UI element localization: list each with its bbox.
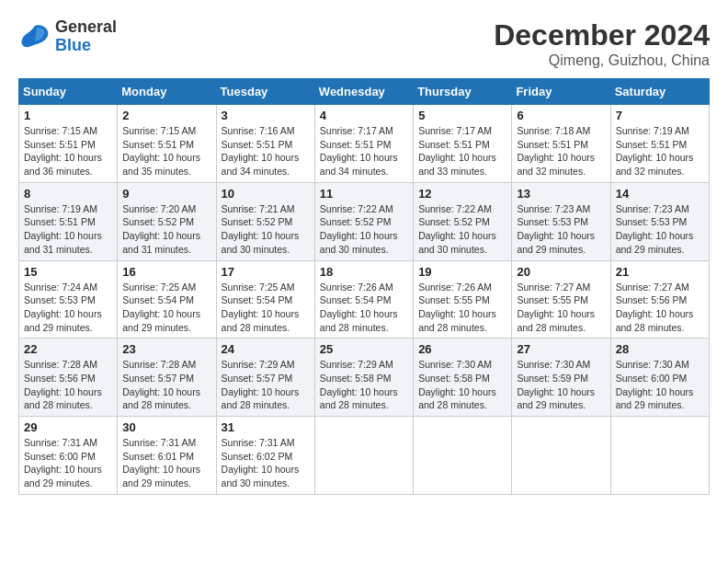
day-info: Sunrise: 7:29 AM Sunset: 5:58 PM Dayligh… [320, 358, 408, 412]
day-info: Sunrise: 7:23 AM Sunset: 5:53 PM Dayligh… [616, 202, 704, 257]
calendar-day-cell: 1 Sunrise: 7:15 AM Sunset: 5:51 PM Dayli… [19, 105, 118, 183]
day-number: 10 [222, 187, 310, 201]
day-number: 2 [122, 109, 210, 122]
calendar-day-cell: 16 Sunrise: 7:25 AM Sunset: 5:54 PM Dayl… [118, 260, 216, 339]
day-info: Sunrise: 7:22 AM Sunset: 5:52 PM Dayligh… [320, 202, 408, 257]
calendar-header-row: SundayMondayTuesdayWednesdayThursdayFrid… [19, 79, 710, 105]
day-info: Sunrise: 7:27 AM Sunset: 5:55 PM Dayligh… [517, 281, 605, 335]
day-number: 20 [517, 265, 605, 279]
calendar-day-cell: 5 Sunrise: 7:17 AM Sunset: 5:51 PM Dayli… [414, 105, 512, 183]
calendar-day-cell [512, 417, 610, 495]
calendar-day-cell [414, 417, 512, 495]
day-number: 9 [122, 187, 210, 201]
weekday-header: Friday [512, 79, 610, 105]
calendar-day-cell: 25 Sunrise: 7:29 AM Sunset: 5:58 PM Dayl… [314, 339, 413, 417]
calendar-day-cell: 14 Sunrise: 7:23 AM Sunset: 5:53 PM Dayl… [610, 182, 709, 260]
day-info: Sunrise: 7:18 AM Sunset: 5:51 PM Dayligh… [517, 124, 605, 178]
calendar-day-cell: 12 Sunrise: 7:22 AM Sunset: 5:52 PM Dayl… [414, 182, 512, 260]
day-info: Sunrise: 7:23 AM Sunset: 5:53 PM Dayligh… [517, 202, 605, 257]
day-number: 17 [222, 265, 310, 279]
day-info: Sunrise: 7:22 AM Sunset: 5:52 PM Dayligh… [418, 202, 506, 257]
day-info: Sunrise: 7:28 AM Sunset: 5:57 PM Dayligh… [122, 358, 210, 412]
calendar-table: SundayMondayTuesdayWednesdayThursdayFrid… [18, 78, 710, 495]
calendar-day-cell: 23 Sunrise: 7:28 AM Sunset: 5:57 PM Dayl… [118, 339, 216, 417]
calendar-day-cell: 31 Sunrise: 7:31 AM Sunset: 6:02 PM Dayl… [216, 417, 314, 495]
calendar-day-cell: 8 Sunrise: 7:19 AM Sunset: 5:51 PM Dayli… [19, 182, 118, 260]
calendar-week-row: 1 Sunrise: 7:15 AM Sunset: 5:51 PM Dayli… [19, 105, 710, 183]
day-info: Sunrise: 7:31 AM Sunset: 6:00 PM Dayligh… [24, 436, 112, 490]
day-number: 25 [320, 342, 408, 356]
day-info: Sunrise: 7:16 AM Sunset: 5:51 PM Dayligh… [222, 124, 310, 178]
calendar-day-cell: 6 Sunrise: 7:18 AM Sunset: 5:51 PM Dayli… [512, 105, 610, 183]
weekday-header: Tuesday [216, 79, 314, 105]
day-info: Sunrise: 7:30 AM Sunset: 5:58 PM Dayligh… [418, 358, 506, 412]
calendar-day-cell: 11 Sunrise: 7:22 AM Sunset: 5:52 PM Dayl… [314, 182, 413, 260]
day-number: 1 [24, 109, 112, 122]
calendar-day-cell: 27 Sunrise: 7:30 AM Sunset: 5:59 PM Dayl… [512, 339, 610, 417]
day-info: Sunrise: 7:31 AM Sunset: 6:01 PM Dayligh… [122, 436, 210, 490]
logo-bird-icon [18, 22, 51, 52]
day-info: Sunrise: 7:25 AM Sunset: 5:54 PM Dayligh… [222, 281, 310, 335]
day-number: 26 [418, 342, 506, 356]
day-number: 7 [616, 109, 704, 122]
calendar-day-cell: 26 Sunrise: 7:30 AM Sunset: 5:58 PM Dayl… [414, 339, 512, 417]
calendar-day-cell: 15 Sunrise: 7:24 AM Sunset: 5:53 PM Dayl… [19, 260, 118, 339]
day-number: 14 [616, 187, 704, 201]
day-number: 22 [24, 342, 112, 356]
calendar-day-cell: 22 Sunrise: 7:28 AM Sunset: 5:56 PM Dayl… [19, 339, 118, 417]
day-number: 16 [122, 265, 210, 279]
day-number: 27 [517, 342, 605, 356]
calendar-day-cell [610, 417, 709, 495]
day-number: 3 [222, 109, 310, 122]
day-number: 31 [222, 420, 310, 434]
day-number: 6 [517, 109, 605, 122]
calendar-day-cell: 9 Sunrise: 7:20 AM Sunset: 5:52 PM Dayli… [118, 182, 216, 260]
day-info: Sunrise: 7:17 AM Sunset: 5:51 PM Dayligh… [418, 124, 506, 178]
day-info: Sunrise: 7:21 AM Sunset: 5:52 PM Dayligh… [222, 202, 310, 257]
calendar-week-row: 15 Sunrise: 7:24 AM Sunset: 5:53 PM Dayl… [19, 260, 710, 339]
day-number: 12 [418, 187, 506, 201]
weekday-header: Wednesday [314, 79, 413, 105]
day-info: Sunrise: 7:15 AM Sunset: 5:51 PM Dayligh… [24, 124, 112, 178]
day-info: Sunrise: 7:15 AM Sunset: 5:51 PM Dayligh… [122, 124, 210, 178]
header: General Blue December 2024 Qimeng, Guizh… [18, 18, 710, 69]
calendar-day-cell: 4 Sunrise: 7:17 AM Sunset: 5:51 PM Dayli… [314, 105, 413, 183]
day-info: Sunrise: 7:31 AM Sunset: 6:02 PM Dayligh… [222, 436, 310, 490]
day-number: 19 [418, 265, 506, 279]
day-info: Sunrise: 7:27 AM Sunset: 5:56 PM Dayligh… [616, 281, 704, 335]
day-info: Sunrise: 7:30 AM Sunset: 5:59 PM Dayligh… [517, 358, 605, 412]
logo: General Blue [18, 18, 117, 55]
weekday-header: Saturday [610, 79, 709, 105]
day-number: 15 [24, 265, 112, 279]
logo-text: General Blue [55, 18, 117, 55]
calendar-day-cell: 3 Sunrise: 7:16 AM Sunset: 5:51 PM Dayli… [216, 105, 314, 183]
day-number: 30 [122, 420, 210, 434]
calendar-day-cell [314, 417, 413, 495]
calendar-day-cell: 24 Sunrise: 7:29 AM Sunset: 5:57 PM Dayl… [216, 339, 314, 417]
day-info: Sunrise: 7:30 AM Sunset: 6:00 PM Dayligh… [616, 358, 704, 412]
calendar-day-cell: 7 Sunrise: 7:19 AM Sunset: 5:51 PM Dayli… [610, 105, 709, 183]
calendar-day-cell: 29 Sunrise: 7:31 AM Sunset: 6:00 PM Dayl… [19, 417, 118, 495]
day-number: 13 [517, 187, 605, 201]
day-info: Sunrise: 7:26 AM Sunset: 5:54 PM Dayligh… [320, 281, 408, 335]
day-number: 28 [616, 342, 704, 356]
day-info: Sunrise: 7:24 AM Sunset: 5:53 PM Dayligh… [24, 281, 112, 335]
calendar-day-cell: 17 Sunrise: 7:25 AM Sunset: 5:54 PM Dayl… [216, 260, 314, 339]
day-number: 23 [122, 342, 210, 356]
day-number: 29 [24, 420, 112, 434]
day-info: Sunrise: 7:20 AM Sunset: 5:52 PM Dayligh… [122, 202, 210, 257]
weekday-header: Monday [118, 79, 216, 105]
calendar-day-cell: 18 Sunrise: 7:26 AM Sunset: 5:54 PM Dayl… [314, 260, 413, 339]
day-info: Sunrise: 7:19 AM Sunset: 5:51 PM Dayligh… [616, 124, 704, 178]
day-number: 4 [320, 109, 408, 122]
calendar-week-row: 22 Sunrise: 7:28 AM Sunset: 5:56 PM Dayl… [19, 339, 710, 417]
calendar-week-row: 8 Sunrise: 7:19 AM Sunset: 5:51 PM Dayli… [19, 182, 710, 260]
location-title: Qimeng, Guizhou, China [494, 52, 710, 69]
calendar-day-cell: 28 Sunrise: 7:30 AM Sunset: 6:00 PM Dayl… [610, 339, 709, 417]
calendar-day-cell: 20 Sunrise: 7:27 AM Sunset: 5:55 PM Dayl… [512, 260, 610, 339]
day-number: 21 [616, 265, 704, 279]
day-info: Sunrise: 7:26 AM Sunset: 5:55 PM Dayligh… [418, 281, 506, 335]
day-number: 24 [222, 342, 310, 356]
day-info: Sunrise: 7:28 AM Sunset: 5:56 PM Dayligh… [24, 358, 112, 412]
calendar-day-cell: 19 Sunrise: 7:26 AM Sunset: 5:55 PM Dayl… [414, 260, 512, 339]
